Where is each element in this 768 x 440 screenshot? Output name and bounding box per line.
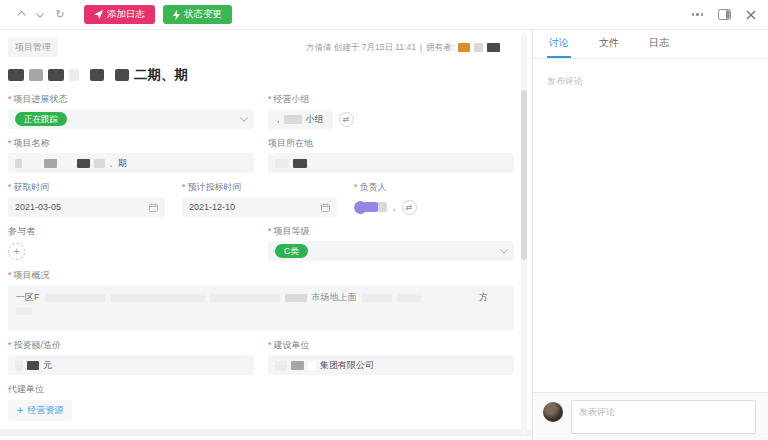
investment-input[interactable]: 元	[8, 355, 254, 375]
field-label-name: 项目名称	[8, 138, 254, 149]
add-resource-link[interactable]: + 经营资源	[8, 400, 72, 421]
follow-log-section-header: 跟进日志	[0, 436, 532, 439]
redacted-block	[275, 361, 287, 370]
right-panel-tabs: 讨论 文件 日志	[533, 30, 768, 59]
calendar-icon	[321, 203, 330, 212]
overview-frag-2: 市场地上面	[312, 291, 357, 304]
investment-suffix: 元	[43, 359, 52, 372]
project-name-input[interactable]: 、期	[8, 153, 254, 173]
group-suffix: 小组	[306, 113, 324, 126]
redacted-block	[15, 159, 22, 168]
redacted-block	[94, 159, 105, 168]
chevron-down-icon[interactable]	[32, 7, 48, 23]
plus-icon: +	[17, 405, 23, 416]
comment-bar	[533, 392, 768, 439]
category-tag: 项目管理	[8, 38, 58, 57]
status-badge: 正在跟踪	[15, 112, 67, 126]
meta-separator: |	[420, 43, 422, 53]
detail-panel: 项目管理 方倩倩 创建于 7月15日 11:41 | 拥有者: 二期、期	[0, 30, 533, 439]
project-name-suffix: 、期	[109, 157, 127, 170]
chevron-down-icon	[501, 246, 507, 256]
add-log-button[interactable]: 添加日志	[84, 5, 155, 24]
redacted-block	[45, 294, 105, 302]
page-title: 二期、期	[0, 57, 532, 92]
field-label-builder: 建设单位	[268, 340, 514, 351]
redacted-block	[275, 159, 289, 168]
acquire-date-input[interactable]: 2021-03-05	[8, 197, 165, 217]
chevron-down-icon	[241, 114, 247, 124]
bid-date-input[interactable]: 2021-12-10	[182, 197, 337, 217]
redacted-block	[378, 202, 387, 212]
discussion-panel: 讨论 文件 日志 发布评论	[533, 30, 768, 439]
leader-avatar	[354, 201, 387, 214]
field-label-location: 项目所在地	[268, 138, 514, 149]
field-label-participants: 参与者	[8, 226, 254, 237]
redacted-owner-block	[487, 43, 500, 52]
field-label-status: 项目进展状态	[8, 94, 254, 105]
field-label-investment: 投资额/造价	[8, 340, 254, 351]
swap-icon[interactable]: ⇄	[339, 112, 354, 127]
redacted-block	[210, 294, 280, 302]
field-label-leader: 负责人	[354, 182, 514, 193]
field-label-bid-date: 预计投标时间	[182, 182, 337, 193]
redacted-block	[77, 159, 90, 168]
publish-comment-hint: 发布评论	[533, 59, 768, 104]
redacted-title-block	[8, 69, 24, 81]
chevron-up-icon[interactable]	[12, 7, 28, 23]
field-label-acquire-date: 获取时间	[8, 182, 165, 193]
tab-files[interactable]: 文件	[597, 30, 621, 58]
redacted-title-block	[90, 69, 104, 81]
section-divider	[0, 429, 532, 436]
refresh-icon[interactable]: ↻	[52, 7, 68, 23]
grade-select[interactable]: C类	[268, 241, 514, 261]
more-icon[interactable]	[692, 9, 704, 20]
redacted-block	[284, 115, 302, 124]
redacted-title-block	[115, 69, 129, 81]
location-input[interactable]	[268, 153, 514, 173]
lightning-icon	[173, 10, 180, 20]
redacted-block	[16, 307, 32, 315]
panel-toggle-icon[interactable]	[718, 9, 731, 20]
bid-date-value: 2021-12-10	[189, 202, 235, 212]
top-toolbar: ↻ 添加日志 状态变更	[0, 0, 768, 30]
redacted-block	[293, 159, 307, 168]
group-tag[interactable]: , 小组	[268, 110, 333, 129]
group-prefix: ,	[277, 114, 280, 124]
redacted-title-block	[29, 69, 43, 81]
tab-discussion[interactable]: 讨论	[547, 30, 571, 58]
add-log-label: 添加日志	[107, 8, 145, 21]
resource-link-label: 经营资源	[27, 404, 63, 417]
scrollbar-thumb[interactable]	[521, 90, 527, 260]
comment-input[interactable]	[571, 400, 756, 434]
redacted-block	[44, 159, 57, 168]
redacted-owner-block	[458, 43, 470, 52]
overview-textarea[interactable]: 一区F 市场地上面 方	[8, 285, 514, 331]
status-change-label: 状态变更	[184, 8, 222, 21]
user-avatar	[543, 402, 563, 422]
field-label-group: 经营小组	[268, 94, 514, 105]
crm-detail-window: ↻ 添加日志 状态变更 项目管理	[0, 0, 768, 440]
builder-input[interactable]: 集团有限公司	[268, 355, 514, 375]
swap-icon[interactable]: ⇄	[402, 200, 417, 215]
redacted-block	[15, 361, 23, 370]
tab-logs[interactable]: 日志	[647, 30, 671, 58]
status-select[interactable]: 正在跟踪	[8, 109, 254, 129]
send-icon	[94, 10, 103, 19]
close-icon[interactable]	[746, 10, 756, 20]
field-label-grade: 项目等级	[268, 226, 514, 237]
owner-label: 拥有者:	[426, 42, 454, 54]
redacted-block	[110, 294, 205, 302]
status-change-button[interactable]: 状态变更	[163, 5, 232, 24]
title-visible-text: 二期、期	[134, 66, 188, 84]
redacted-block	[362, 294, 392, 302]
add-participant-button[interactable]: +	[8, 243, 25, 260]
redacted-title-block	[69, 69, 79, 81]
redacted-owner-block	[474, 43, 483, 52]
field-label-agent: 代建单位	[8, 384, 514, 395]
builder-suffix: 集团有限公司	[320, 359, 374, 372]
overview-frag-1: 一区F	[16, 291, 40, 304]
record-meta: 方倩倩 创建于 7月15日 11:41 | 拥有者:	[306, 42, 500, 54]
overview-frag-3: 方	[479, 291, 488, 304]
redacted-block	[364, 202, 378, 212]
grade-badge: C类	[275, 244, 308, 258]
